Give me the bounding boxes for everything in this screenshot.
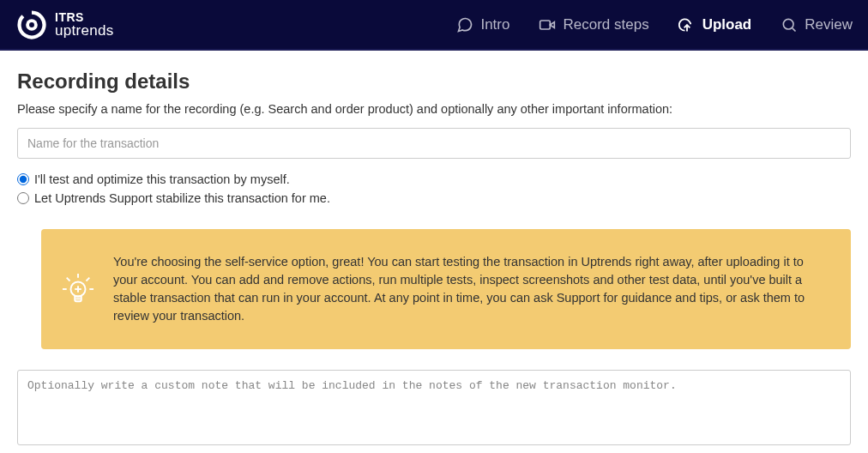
option-self-row: I'll test and optimize this transaction … — [17, 172, 851, 186]
info-callout: You're choosing the self-service option,… — [41, 229, 851, 349]
nav-review-label: Review — [805, 16, 853, 33]
svg-line-6 — [87, 278, 90, 281]
page-subtitle: Please specify a name for the recording … — [17, 102, 851, 116]
transaction-notes-textarea[interactable] — [17, 370, 851, 445]
option-support-label[interactable]: Let Uptrends Support stabilize this tran… — [34, 191, 330, 205]
nav-intro[interactable]: Intro — [456, 16, 509, 33]
option-support-row: Let Uptrends Support stabilize this tran… — [17, 191, 851, 205]
nav-record-steps-label: Record steps — [563, 16, 648, 33]
chat-icon — [456, 16, 473, 33]
nav-upload-label: Upload — [702, 16, 752, 33]
transaction-name-input[interactable] — [17, 128, 851, 159]
lightbulb-icon — [62, 273, 94, 305]
option-self-label[interactable]: I'll test and optimize this transaction … — [34, 172, 290, 186]
svg-rect-2 — [540, 21, 551, 29]
brand-line-1: ITRS — [55, 11, 114, 23]
nav-record-steps[interactable]: Record steps — [539, 16, 648, 33]
nav-intro-label: Intro — [480, 16, 509, 33]
info-text: You're choosing the self-service option,… — [113, 253, 827, 325]
option-support-radio[interactable] — [17, 192, 29, 204]
app-header: ITRS uptrends Intro Record steps — [0, 0, 868, 51]
svg-point-3 — [784, 19, 794, 29]
video-icon — [539, 16, 556, 33]
search-icon — [781, 16, 798, 33]
upload-cloud-icon — [678, 16, 696, 33]
main-content: Recording details Please specify a name … — [0, 51, 868, 449]
logo-icon — [17, 10, 46, 39]
brand-line-2: uptrends — [55, 23, 114, 38]
nav-review[interactable]: Review — [781, 16, 853, 33]
wizard-nav: Intro Record steps Upload — [456, 16, 853, 33]
brand-logo: ITRS uptrends — [17, 10, 114, 39]
page-title: Recording details — [17, 69, 851, 94]
svg-line-5 — [67, 278, 70, 281]
svg-point-1 — [29, 22, 34, 27]
nav-upload[interactable]: Upload — [678, 16, 752, 33]
option-self-radio[interactable] — [17, 173, 29, 185]
brand-text: ITRS uptrends — [55, 11, 114, 38]
